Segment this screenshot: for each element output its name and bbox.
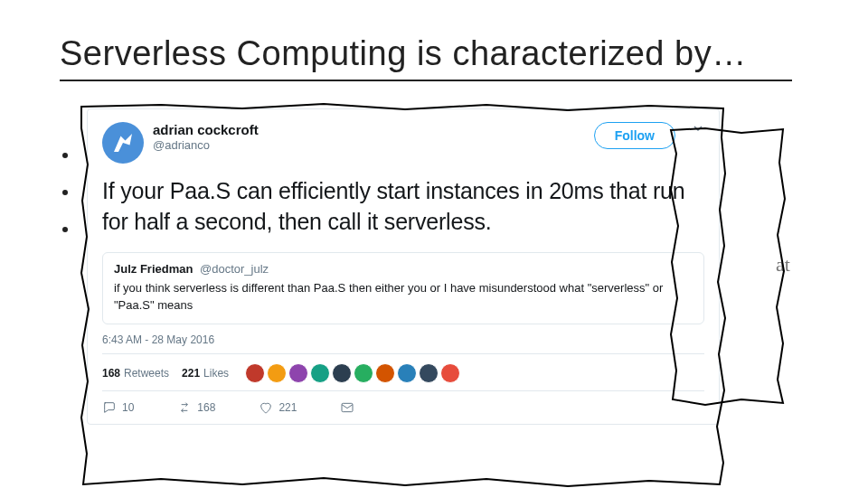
- reply-count: 10: [122, 401, 134, 414]
- title-underline: [60, 80, 792, 81]
- action-row: 10 168 221: [102, 390, 704, 415]
- quoted-body: if you think serverless is different tha…: [114, 279, 693, 314]
- engagement-row: 168 Retweets 221 Likes: [102, 353, 704, 383]
- like-count: 221: [278, 401, 297, 414]
- likes-label: Likes: [203, 367, 229, 380]
- bullet-item: [80, 219, 85, 239]
- liker-avatar[interactable]: [375, 363, 395, 383]
- liker-avatar[interactable]: [310, 363, 330, 383]
- liker-avatar[interactable]: [245, 363, 265, 383]
- tweet-card: adrian cockcroft @adrianco Follow If you…: [87, 108, 720, 425]
- retweets-count[interactable]: 168: [102, 367, 120, 380]
- liker-avatar[interactable]: [440, 363, 460, 383]
- svg-rect-0: [342, 403, 353, 411]
- tweet-timestamp[interactable]: 6:43 AM - 28 May 2016: [102, 333, 704, 346]
- peek-text: at: [776, 253, 790, 277]
- like-action[interactable]: 221: [259, 400, 297, 415]
- user-block[interactable]: adrian cockcroft @adrianco: [153, 122, 585, 153]
- quoted-handle: @doctor_julz: [200, 262, 269, 276]
- bullet-item: [80, 182, 85, 202]
- chevron-down-icon[interactable]: [692, 122, 704, 135]
- liker-avatars: [245, 363, 460, 383]
- envelope-icon: [340, 400, 354, 415]
- bullet-item: [80, 145, 85, 165]
- follow-button[interactable]: Follow: [594, 122, 675, 149]
- liker-avatar[interactable]: [397, 363, 417, 383]
- bullet-list: [71, 145, 85, 256]
- liker-avatar[interactable]: [288, 363, 308, 383]
- retweets-label: Retweets: [124, 367, 169, 380]
- reply-icon: [102, 400, 117, 415]
- quoted-display-name: Julz Friedman: [114, 262, 193, 276]
- heart-icon: [259, 400, 273, 415]
- quoted-tweet[interactable]: Julz Friedman @doctor_julz if you think …: [102, 252, 704, 324]
- reply-action[interactable]: 10: [102, 400, 134, 415]
- tweet-body: If your Paa.S can efficiently start inst…: [102, 176, 704, 238]
- likes-count[interactable]: 221: [182, 367, 200, 380]
- liker-avatar[interactable]: [267, 363, 287, 383]
- retweet-count: 168: [197, 401, 215, 414]
- user-handle: @adrianco: [153, 138, 585, 153]
- dm-action[interactable]: [340, 400, 354, 415]
- tweet-header: adrian cockcroft @adrianco Follow: [102, 122, 704, 164]
- liker-avatar[interactable]: [354, 363, 373, 383]
- retweet-icon: [177, 400, 192, 415]
- slide: Serverless Computing is characterized by…: [0, 0, 868, 488]
- display-name: adrian cockcroft: [153, 122, 585, 138]
- slide-title: Serverless Computing is characterized by…: [60, 34, 747, 73]
- avatar[interactable]: [102, 122, 144, 164]
- avatar-unicorn-icon: [109, 129, 137, 156]
- liker-avatar[interactable]: [419, 363, 439, 383]
- retweet-action[interactable]: 168: [177, 400, 215, 415]
- quoted-header: Julz Friedman @doctor_julz: [114, 262, 693, 276]
- liker-avatar[interactable]: [332, 363, 352, 383]
